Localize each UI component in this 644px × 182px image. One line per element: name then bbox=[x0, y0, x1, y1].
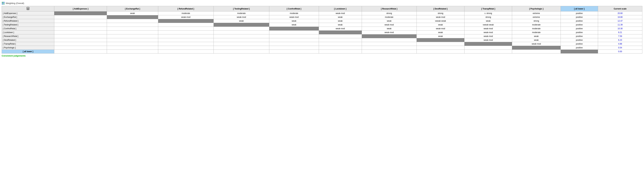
cell-5-0 bbox=[54, 30, 107, 34]
scale-cell-3: 11.39 bbox=[598, 23, 642, 27]
cell-0-4: moderate bbox=[269, 11, 319, 15]
row-header-4: [ ConfrotRelat ] bbox=[2, 27, 54, 30]
cell-3-3: no bbox=[214, 23, 269, 27]
cell-10-10: no bbox=[560, 50, 598, 53]
cell-6-4 bbox=[269, 34, 319, 38]
column-header-Lockdown: [ Lockdown ] bbox=[319, 6, 362, 11]
cell-8-7 bbox=[416, 42, 464, 46]
cell-5-7: weak bbox=[416, 30, 464, 34]
cell-10-8 bbox=[464, 50, 512, 53]
cell-3-2 bbox=[158, 23, 214, 27]
row-header-2: [ RefundRelated ] bbox=[2, 19, 54, 23]
consistent-judgements-label: Consistent judgements bbox=[2, 54, 642, 57]
cell-10-6 bbox=[362, 50, 416, 53]
table-row: [ TranspRelat ]noweak-modpositive4.88 bbox=[2, 42, 642, 46]
svg-rect-8 bbox=[28, 8, 29, 9]
cell-10-4 bbox=[269, 50, 319, 53]
column-header-DestRelated: [ DestRelated ] bbox=[416, 6, 464, 11]
cell-7-10: positive bbox=[560, 38, 598, 42]
cell-7-8: weak-mod bbox=[464, 38, 512, 42]
scale-cell-8: 4.88 bbox=[598, 42, 642, 46]
cell-9-0 bbox=[54, 46, 107, 50]
app-icon bbox=[2, 2, 5, 5]
cell-4-8: weak-mod bbox=[464, 27, 512, 30]
cell-2-5: weak bbox=[319, 19, 362, 23]
column-header-ResearchRelat: [ ResearchRelat ] bbox=[362, 6, 416, 11]
svg-rect-5 bbox=[27, 7, 29, 8]
cell-8-5 bbox=[319, 42, 362, 46]
cell-0-2: moderate bbox=[158, 11, 214, 15]
cell-10-3 bbox=[214, 50, 269, 53]
cell-7-9: weak bbox=[512, 38, 561, 42]
cell-7-1 bbox=[107, 38, 158, 42]
cell-4-9: moderate bbox=[512, 27, 561, 30]
cell-8-0 bbox=[54, 42, 107, 46]
column-header-ConfrotRelat: [ ConfrotRelat ] bbox=[269, 6, 319, 11]
cell-1-8: strong bbox=[464, 15, 512, 19]
cell-4-3 bbox=[214, 27, 269, 30]
cell-7-5 bbox=[319, 38, 362, 42]
cell-1-5: weak bbox=[319, 15, 362, 19]
cell-0-0: no bbox=[54, 11, 107, 15]
cell-1-2: weak-mod bbox=[158, 15, 214, 19]
cell-3-9: moderate bbox=[512, 23, 561, 27]
cell-3-10: positive bbox=[560, 23, 598, 27]
svg-rect-6 bbox=[27, 8, 28, 9]
svg-rect-2 bbox=[2, 3, 3, 4]
cell-8-10: positive bbox=[560, 42, 598, 46]
cell-6-8: weak-mod bbox=[464, 34, 512, 38]
cell-10-9 bbox=[512, 50, 561, 53]
cell-7-2 bbox=[158, 38, 214, 42]
scale-cell-5: 9.21 bbox=[598, 30, 642, 34]
cell-7-0 bbox=[54, 38, 107, 42]
cell-9-6 bbox=[362, 46, 416, 50]
cell-0-1: weak bbox=[107, 11, 158, 15]
cell-8-6 bbox=[362, 42, 416, 46]
cell-6-2 bbox=[158, 34, 214, 38]
scale-cell-0: 20.60 bbox=[598, 11, 642, 15]
cell-5-9: moderate bbox=[512, 30, 561, 34]
cell-6-5 bbox=[319, 34, 362, 38]
scale-cell-1: 16.80 bbox=[598, 15, 642, 19]
cell-7-6 bbox=[362, 38, 416, 42]
cell-2-10: positive bbox=[560, 19, 598, 23]
scale-cell-9: 0.54 bbox=[598, 46, 642, 50]
cell-9-3 bbox=[214, 46, 269, 50]
cell-3-8: vweak-weak bbox=[464, 23, 512, 27]
svg-rect-10 bbox=[28, 9, 28, 10]
cell-10-1 bbox=[107, 50, 158, 53]
svg-rect-0 bbox=[2, 2, 3, 3]
cell-7-7: no bbox=[416, 38, 464, 42]
table-row: [ DestRelated ]noweak-modweakpositive6.2… bbox=[2, 38, 642, 42]
cell-6-9: weak bbox=[512, 34, 561, 38]
cell-1-0 bbox=[54, 15, 107, 19]
row-header-9: [ Psychologic ] bbox=[2, 46, 54, 50]
cell-3-4: weak bbox=[269, 23, 319, 27]
cell-2-8: weak bbox=[464, 19, 512, 23]
cell-0-5: weak-mod bbox=[319, 11, 362, 15]
cell-9-2 bbox=[158, 46, 214, 50]
row-header-0: [ AddExpenses ] bbox=[2, 11, 54, 15]
column-header-TranspRelat: [ TranspRelat ] bbox=[464, 6, 512, 11]
cell-4-5: weak-mod bbox=[319, 27, 362, 30]
cell-2-2: no bbox=[158, 19, 214, 23]
cell-2-7: vweak-weak bbox=[416, 19, 464, 23]
cell-1-4: weak-mod bbox=[269, 15, 319, 19]
cell-4-2 bbox=[158, 27, 214, 30]
cell-6-1 bbox=[107, 34, 158, 38]
weighting-table: [ AddExpenses ][ ExchangeRat ][ RefundRe… bbox=[2, 6, 642, 53]
table-row: [ all lower ]no0.00 bbox=[2, 50, 642, 53]
cell-1-6: moderate bbox=[362, 15, 416, 19]
cell-0-8: v. strong bbox=[464, 11, 512, 15]
column-header-allLower: [ all lower ] bbox=[560, 6, 598, 11]
cell-2-3: weak bbox=[214, 19, 269, 23]
cell-8-8: no bbox=[464, 42, 512, 46]
cell-5-4 bbox=[269, 30, 319, 34]
cell-6-7: weak bbox=[416, 34, 464, 38]
cell-2-1 bbox=[107, 19, 158, 23]
cell-9-9: no bbox=[512, 46, 561, 50]
row-header-7: [ DestRelated ] bbox=[2, 38, 54, 42]
table-row: [ ConfrotRelat ]noweak-modweakweak-modwe… bbox=[2, 27, 642, 30]
svg-rect-3 bbox=[3, 3, 4, 4]
column-header-AddExpenses: [ AddExpenses ] bbox=[54, 6, 107, 11]
